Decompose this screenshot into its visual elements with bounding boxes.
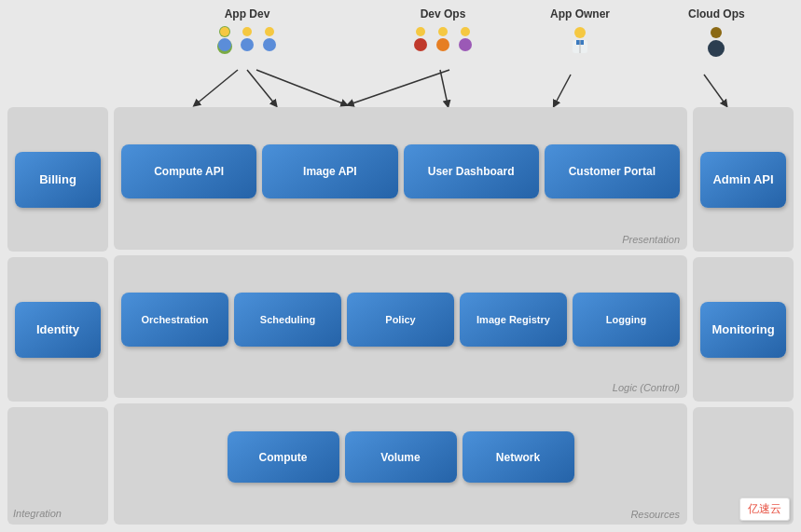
svg-point-6 [265, 27, 274, 36]
center-column: Compute API Image API User Dashboard Cus… [114, 107, 687, 525]
logging-button[interactable]: Logging [573, 293, 680, 347]
compute-button[interactable]: Compute [228, 431, 339, 483]
svg-point-11 [436, 38, 449, 51]
svg-point-2 [220, 27, 229, 36]
monitoring-button[interactable]: Monitoring [700, 302, 786, 358]
dev-ops-icon-1 [410, 24, 431, 54]
cloud-ops-icon [703, 24, 729, 58]
persona-dev-ops: Dev Ops [410, 7, 476, 54]
svg-point-14 [574, 27, 586, 38]
svg-point-13 [459, 38, 472, 51]
svg-line-22 [256, 70, 345, 104]
image-api-button[interactable]: Image API [262, 144, 397, 198]
svg-point-10 [438, 27, 448, 36]
svg-point-5 [241, 38, 254, 51]
identity-tier: Identity [7, 257, 108, 402]
svg-line-26 [704, 75, 725, 104]
resources-label: Resources [630, 509, 680, 520]
persona-app-dev-label: App Dev [225, 7, 270, 20]
left-column: Billing Identity Integration [7, 107, 108, 525]
persona-app-owner-label: App Owner [550, 7, 610, 20]
volume-button[interactable]: Volume [345, 431, 457, 483]
dev-ops-icon-2 [433, 24, 453, 54]
svg-point-4 [242, 27, 252, 36]
arrows-svg [0, 0, 801, 107]
integration-label: Integration [13, 508, 62, 519]
admin-api-button[interactable]: Admin API [700, 152, 786, 208]
svg-point-3 [218, 38, 231, 51]
persona-dev-ops-label: Dev Ops [421, 7, 466, 20]
svg-line-23 [440, 70, 448, 104]
app-owner-icon [567, 24, 593, 58]
svg-point-8 [416, 27, 425, 36]
persona-app-dev: App Dev [214, 7, 280, 54]
person-icon-2 [237, 24, 257, 54]
user-dashboard-button[interactable]: User Dashboard [404, 144, 539, 198]
monitoring-tier: Monitoring [693, 257, 794, 402]
identity-button[interactable]: Identity [15, 302, 101, 358]
scheduling-button[interactable]: Scheduling [234, 293, 341, 347]
persona-cloud-ops-label: Cloud Ops [688, 7, 745, 20]
svg-point-12 [461, 27, 470, 36]
integration-tier: Integration [7, 407, 108, 525]
compute-api-button[interactable]: Compute API [121, 144, 256, 198]
svg-line-24 [350, 70, 449, 104]
billing-tier: Billing [7, 107, 108, 252]
presentation-tier: Compute API Image API User Dashboard Cus… [114, 107, 687, 250]
image-registry-button[interactable]: Image Registry [460, 293, 567, 347]
logic-label: Logic (Control) [613, 382, 680, 393]
svg-point-9 [414, 38, 427, 51]
persona-app-dev-icons [214, 24, 280, 54]
person-icon-3 [259, 24, 280, 54]
persona-app-owner: App Owner [550, 7, 610, 58]
svg-point-18 [711, 27, 722, 38]
customer-portal-button[interactable]: Customer Portal [545, 144, 680, 198]
svg-line-20 [196, 70, 238, 104]
network-button[interactable]: Network [463, 431, 574, 483]
watermark: 亿速云 [739, 498, 790, 521]
persona-cloud-ops: Cloud Ops [688, 7, 745, 58]
policy-button[interactable]: Policy [347, 293, 454, 347]
svg-line-21 [247, 70, 275, 104]
logic-tier: Orchestration Scheduling Policy Image Re… [114, 255, 687, 398]
svg-point-7 [263, 38, 276, 51]
person-icon-1 [214, 24, 235, 54]
resources-tier: Compute Volume Network Resources [114, 403, 687, 525]
dev-ops-icon-3 [455, 24, 476, 54]
billing-button[interactable]: Billing [15, 152, 101, 208]
right-column: Admin API Monitoring M [693, 107, 794, 525]
admin-api-tier: Admin API [693, 107, 794, 252]
orchestration-button[interactable]: Orchestration [121, 293, 228, 347]
svg-line-25 [555, 75, 571, 104]
svg-point-19 [708, 40, 725, 57]
presentation-label: Presentation [622, 234, 680, 245]
